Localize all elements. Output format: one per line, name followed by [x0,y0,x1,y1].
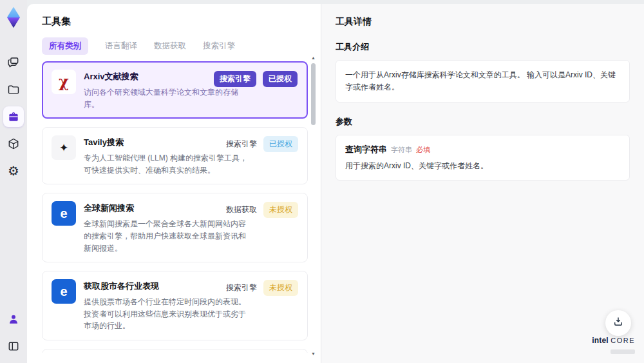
folder-icon [7,83,20,96]
tavily-logo-icon: ✦ [52,135,76,160]
tool-auth-badge: 未授权 [263,280,298,296]
settings-gear-icon: ⚙ [8,164,19,177]
tool-card[interactable]: χ Arxiv文献搜索 访问各个研究领域大量科学论文和文章的存储库。 搜索引擎 … [42,61,308,119]
tool-detail-panel: 工具详情 工具介绍 一个用于从Arxiv存储库搜索科学论文和文章的工具。 输入可… [321,4,644,363]
tool-description: 访问各个研究领域大量科学论文和文章的存储库。 [84,86,250,110]
param-header: 查询字符串 字符串 必填 [345,144,620,155]
param-name: 查询字符串 [345,144,387,155]
tool-category-tag: 搜索引擎 [226,139,257,150]
app-surface: 工具集 所有类别语言翻译数据获取搜索引擎 χ Arxiv文献搜索 访问各个研究领… [27,4,644,363]
sidebar-item-packages[interactable] [3,133,24,154]
tool-category-tag: 数据获取 [226,204,257,215]
tab-all-categories[interactable]: 所有类别 [42,37,88,55]
tool-auth-badge: 已授权 [263,71,298,87]
tool-name: 获取股市各行业表现 [84,280,250,292]
tool-tags: 搜索引擎 未授权 [226,280,298,296]
sidebar-item-panel-toggle[interactable] [3,336,24,357]
chat-icon [7,56,20,69]
tool-tags: 数据获取 未授权 [226,202,298,218]
tool-description: 提供股票市场各个行业在特定时间段内的表现。投资者可以利用这些信息来识别表现优于或… [84,296,250,332]
tab-language-translation[interactable]: 语言翻译 [105,41,137,52]
intro-text: 一个用于从Arxiv存储库搜索科学论文和文章的工具。 输入可以是Arxiv ID… [345,69,620,93]
tool-description: 全球新闻搜索是一个聚合全球各大新闻网站内容的搜索引擎，帮助用户快速获取全球最新资… [84,218,250,254]
sidebar-item-user[interactable] [3,309,24,329]
tool-list-panel: 工具集 所有类别语言翻译数据获取搜索引擎 χ Arxiv文献搜索 访问各个研究领… [27,4,321,363]
app-logo-gem-icon [4,5,23,30]
tool-list: χ Arxiv文献搜索 访问各个研究领域大量科学论文和文章的存储库。 搜索引擎 … [42,61,321,353]
download-button[interactable] [605,310,631,336]
scrollbar-down-icon[interactable]: ▼ [310,351,316,357]
tool-category-tag: 搜索引擎 [226,282,257,293]
sidebar-item-settings[interactable]: ⚙ [3,161,24,181]
param-type: 字符串 [391,145,412,155]
left-rail: ⚙ [0,0,27,363]
scrollbar-thumb[interactable] [311,63,316,125]
tool-auth-badge: 未授权 [263,202,298,218]
tool-name: 全球新闻搜索 [84,202,250,214]
arxiv-logo-icon: χ [52,70,76,94]
param-required-badge: 必填 [416,145,430,155]
stock-sector-logo-icon: e [52,279,76,304]
intel-core-logo: intel CORE [592,336,635,357]
tool-tags: 搜索引擎 已授权 [214,71,298,87]
sidebar-item-chat[interactable] [3,52,24,73]
package-icon [7,137,20,150]
tool-auth-badge: 已授权 [263,136,298,152]
list-scrollbar[interactable]: ▲ ▼ [310,55,316,357]
panel-toggle-icon [7,340,20,353]
tool-card[interactable]: ✦ Tavily搜索 专为人工智能代理 (LLM) 构建的搜索引擎工具，可快速提… [42,127,308,184]
scrollbar-up-icon[interactable]: ▲ [310,55,316,61]
params-heading: 参数 [336,116,630,128]
tool-tags: 搜索引擎 已授权 [226,136,298,152]
tab-search-engine[interactable]: 搜索引擎 [203,41,235,52]
sidebar-item-toolbox[interactable] [3,106,24,127]
detail-title: 工具详情 [336,16,630,28]
core-wordmark: CORE [611,337,635,344]
param-description: 用于搜索的Arxiv ID、关键字或作者姓名。 [345,161,620,172]
toolbox-icon [7,110,20,123]
tool-card[interactable]: e 获取市场最活跃股票信息 提供当天交易量最高的股票列表，投资者可以利用这些信息… [42,349,308,353]
intro-box: 一个用于从Arxiv存储库搜索科学论文和文章的工具。 输入可以是Arxiv ID… [336,60,630,103]
tab-data-fetch[interactable]: 数据获取 [154,41,186,52]
tool-card[interactable]: e 获取股市各行业表现 提供股票市场各个行业在特定时间段内的表现。投资者可以利用… [42,271,308,340]
param-box: 查询字符串 字符串 必填 用于搜索的Arxiv ID、关键字或作者姓名。 [336,135,630,181]
tool-description: 专为人工智能代理 (LLM) 构建的搜索引擎工具，可快速提供实时、准确和真实的结… [84,152,250,176]
intel-wordmark: intel [592,336,609,345]
global-news-logo-icon: e [52,201,76,226]
intro-heading: 工具介绍 [336,41,630,53]
tool-card[interactable]: e 全球新闻搜索 全球新闻搜索是一个聚合全球各大新闻网站内容的搜索引擎，帮助用户… [42,193,308,262]
user-icon [7,313,20,326]
sidebar-item-files[interactable] [3,79,24,100]
tool-name: Tavily搜索 [84,137,250,148]
page-title: 工具集 [42,15,321,28]
download-icon [612,316,624,330]
intel-ultra-badge [611,349,635,354]
tool-category-tag: 搜索引擎 [214,71,256,87]
category-tabs: 所有类别语言翻译数据获取搜索引擎 [42,37,321,54]
